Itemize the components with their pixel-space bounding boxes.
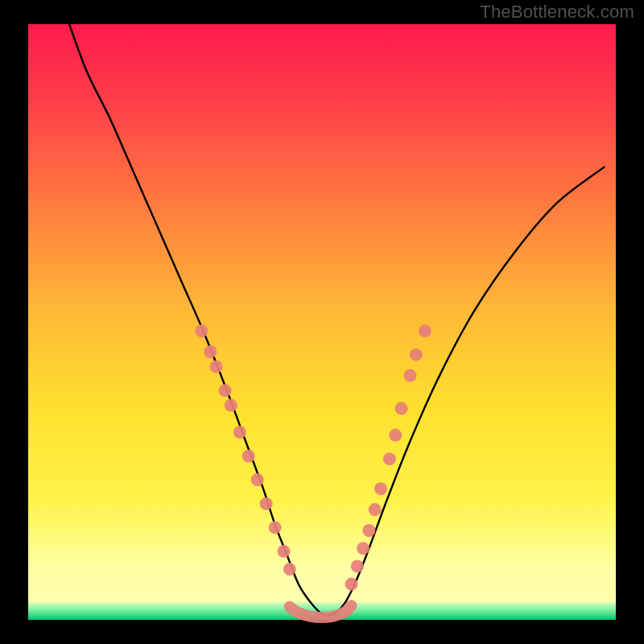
marker-markers-left: [210, 361, 223, 374]
marker-markers-left: [225, 399, 237, 412]
marker-markers-left: [260, 497, 273, 510]
marker-markers-left: [233, 426, 246, 439]
marker-markers-right: [345, 578, 358, 591]
marker-markers-right: [351, 559, 364, 572]
marker-markers-left: [204, 345, 217, 358]
marker-markers-right: [369, 503, 382, 516]
marker-markers-left: [219, 384, 232, 397]
chart-svg: [0, 0, 644, 644]
chart-stage: TheBottleneck.com: [0, 0, 644, 644]
marker-markers-right: [357, 542, 369, 555]
watermark-text: TheBottleneck.com: [480, 2, 634, 23]
plot-background: [28, 24, 616, 620]
marker-markers-right: [410, 349, 423, 361]
marker-markers-left: [283, 563, 296, 576]
marker-markers-left: [278, 545, 291, 558]
marker-markers-right: [389, 429, 402, 442]
marker-markers-left: [242, 450, 255, 463]
marker-markers-right: [395, 402, 408, 415]
marker-markers-left: [195, 324, 208, 337]
marker-markers-right: [383, 452, 396, 465]
pale-band: [28, 564, 616, 602]
marker-markers-right: [374, 482, 387, 495]
marker-markers-left: [269, 521, 282, 534]
marker-markers-right: [362, 524, 375, 537]
marker-markers-right: [419, 324, 431, 337]
marker-markers-left: [251, 473, 264, 486]
marker-markers-right: [404, 369, 417, 382]
